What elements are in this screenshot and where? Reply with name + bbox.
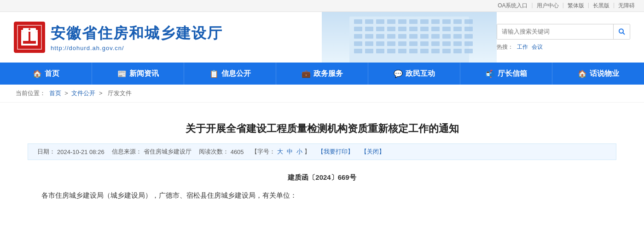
svg-rect-36 [398,34,406,39]
logo-icon [14,22,45,53]
oa-link[interactable]: OA系统入口 [498,2,528,10]
nav-home[interactable]: 🏠 首页 [0,63,92,85]
close-button[interactable]: 【关闭】 [361,148,385,156]
building-image [322,12,497,63]
sep3: | [588,2,589,10]
breadcrumb-sep2: > [99,90,104,97]
search-box[interactable] [497,24,630,40]
doc-number: 建质函〔2024〕669号 [28,171,616,183]
font-small[interactable]: 小 [296,148,302,156]
breadcrumb-home[interactable]: 首页 [49,90,61,97]
hot-item-1[interactable]: 会议 [532,43,543,51]
nav-mailbox-label: 厅长信箱 [498,69,527,79]
search-area: 热搜： 工作 会议 [497,24,630,51]
read-count: 4605 [231,149,244,155]
header: 安徽省住房和城乡建设厅 http://dohurd.ah.gov.cn/ [0,12,644,63]
interaction-icon: 💬 [394,69,403,78]
nav-news[interactable]: 📰 新闻资讯 [92,63,184,85]
svg-rect-63 [453,49,462,53]
sep2: | [563,2,564,10]
svg-rect-54 [354,49,362,53]
svg-rect-42 [464,34,473,39]
svg-rect-19 [453,19,462,24]
svg-rect-43 [354,41,362,46]
svg-rect-21 [354,27,362,31]
nav-mailbox[interactable]: 📬 厅长信箱 [460,63,552,85]
nav-news-label: 新闻资讯 [129,69,159,79]
nav-info-label: 信息公开 [221,69,251,79]
logo-text: 安徽省住房和城乡建设厅 http://dohurd.ah.gov.cn/ [51,23,223,51]
breadcrumb-files[interactable]: 文件公开 [71,90,95,97]
svg-rect-13 [387,19,395,24]
article-body: 建质函〔2024〕669号 各市住房城乡建设局（城乡建设局），广德市、宿松县住房… [28,171,616,201]
svg-rect-23 [376,27,384,31]
nav-property-label: 话说物业 [590,69,619,79]
svg-rect-25 [398,27,406,31]
svg-rect-52 [453,41,462,46]
sep4: | [613,2,615,10]
svg-rect-10 [354,19,362,24]
svg-rect-50 [431,41,440,46]
hot-search: 热搜： 工作 会议 [497,43,630,51]
svg-rect-38 [420,34,429,39]
hot-search-label: 热搜： [497,43,513,51]
breadcrumb: 当前位置： 首页 > 文件公开 > 厅发文件 [0,85,644,103]
search-button[interactable] [613,24,630,39]
user-center-link[interactable]: 用户中心 [537,2,559,10]
site-url: http://dohurd.ah.gov.cn/ [51,45,223,51]
nav-home-label: 首页 [45,69,59,79]
svg-rect-31 [464,27,473,31]
svg-rect-53 [464,41,473,46]
svg-rect-64 [464,49,473,53]
main-nav: 🏠 首页 📰 新闻资讯 📋 信息公开 💼 政务服务 💬 政民互动 📬 厅长信箱 … [0,63,644,85]
search-input[interactable] [497,24,613,39]
info-icon: 📋 [209,69,219,78]
svg-rect-29 [442,27,451,31]
svg-rect-5 [21,44,38,46]
svg-rect-55 [365,49,373,53]
date-value: 2024-10-21 08:26 [57,149,104,155]
content-area: 关于开展全省建设工程质量检测机构资质重新核定工作的通知 日期： 2024-10-… [0,103,644,214]
svg-rect-59 [409,49,418,53]
meta-reads: 阅读次数： 4605 [199,148,244,156]
large-text-link[interactable]: 长黑版 [593,2,609,10]
svg-point-7 [29,29,30,30]
mailbox-icon: 📬 [486,69,495,78]
read-label: 阅读次数： [199,148,229,156]
svg-rect-3 [23,32,29,41]
meta-date: 日期： 2024-10-21 08:26 [37,148,104,156]
svg-rect-2 [36,32,38,45]
nav-service[interactable]: 💼 政务服务 [276,63,368,85]
svg-rect-22 [365,27,373,31]
svg-rect-34 [376,34,384,39]
meta-font: 【字号： 大 中 小 】 [251,148,310,156]
accessibility-link[interactable]: 无障碍 [618,2,635,10]
svg-rect-62 [442,49,451,53]
svg-rect-28 [431,27,440,31]
svg-rect-24 [387,27,395,31]
nav-info[interactable]: 📋 信息公开 [184,63,276,85]
font-large[interactable]: 大 [277,148,283,156]
nav-interaction[interactable]: 💬 政民互动 [368,63,460,85]
font-medium[interactable]: 中 [287,148,293,156]
meta-source: 信息来源： 省住房城乡建设厅 [112,148,191,156]
svg-rect-57 [387,49,395,53]
svg-rect-33 [365,34,373,39]
svg-rect-32 [354,34,362,39]
svg-rect-16 [420,19,429,24]
svg-rect-35 [387,34,395,39]
sep1: | [532,2,533,10]
svg-rect-61 [431,49,440,53]
breadcrumb-current: 厅发文件 [108,90,132,97]
svg-rect-11 [365,19,373,24]
hot-item-0[interactable]: 工作 [517,43,528,51]
nav-interaction-label: 政民互动 [406,69,435,79]
nav-property[interactable]: 🏠 话说物业 [552,63,644,85]
print-button[interactable]: 【我要打印】 [318,148,354,156]
traditional-link[interactable]: 繁体版 [568,2,584,10]
svg-point-65 [619,29,623,33]
svg-rect-14 [398,19,406,24]
svg-rect-45 [376,41,384,46]
date-label: 日期： [37,148,55,156]
svg-rect-27 [420,27,429,31]
